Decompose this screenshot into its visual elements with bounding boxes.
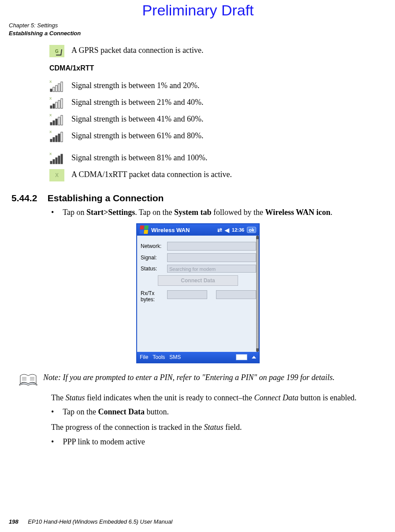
svg-rect-24: [50, 161, 52, 164]
instr2-b: Connect Data: [98, 407, 145, 416]
svg-rect-8: [56, 102, 57, 108]
signal-bars-3-icon: X: [49, 114, 64, 126]
section-title: Establishing a Connection: [48, 193, 164, 203]
instr1-post: .: [331, 208, 333, 217]
page-number: 198: [9, 518, 19, 525]
note-book-icon: [19, 372, 38, 387]
ps-i2: Connect Data: [254, 393, 298, 402]
signal-1-text: Signal strength is between 1% and 20%.: [71, 80, 199, 90]
svg-rect-6: [50, 106, 52, 108]
svg-rect-15: [58, 117, 60, 125]
gprs-active-icon: G: [49, 45, 64, 57]
svg-rect-25: [53, 159, 55, 164]
menu-tools[interactable]: Tools: [153, 354, 165, 360]
section-number: 5.44.2: [11, 193, 37, 203]
svg-rect-18: [50, 139, 52, 142]
wireless-wan-screenshot: Wireless WAN ⇄ ◀ 12:36 ok Network: Signa…: [136, 223, 260, 363]
svg-rect-1: [53, 87, 55, 92]
label-rxtx: Rx/Tx bytes:: [140, 290, 167, 303]
chapter-line2: Establishing a Connection: [9, 30, 81, 37]
svg-rect-13: [53, 121, 55, 125]
windows-flag-icon: [139, 225, 149, 234]
svg-rect-0: [50, 89, 52, 92]
ps-pre: The: [51, 393, 65, 402]
instr1-mid: . Tap on the: [135, 208, 174, 217]
pp-pre: The progress of the connection is tracke…: [51, 423, 204, 432]
svg-rect-19: [53, 137, 55, 142]
device-scrollbar[interactable]: [256, 236, 259, 352]
label-network: Network:: [140, 243, 167, 249]
signal-3-text: Signal strength is between 41% and 60%.: [71, 114, 203, 124]
svg-rect-12: [50, 122, 52, 125]
svg-rect-26: [56, 158, 57, 164]
keyboard-icon[interactable]: [236, 354, 247, 360]
signal-4-text: Signal strength is between 61% and 80%.: [71, 130, 203, 140]
section-heading: 5.44.2 Establishing a Connection: [11, 193, 387, 203]
instruction-1: Tap on Start>Settings. Tap on the System…: [61, 208, 387, 217]
instr2-post: button.: [145, 407, 169, 416]
svg-rect-27: [58, 156, 60, 164]
svg-rect-14: [56, 119, 57, 125]
pp-post: field.: [223, 423, 242, 432]
up-caret-icon[interactable]: [252, 356, 256, 358]
instruction-2: Tap on the Connect Data button.: [61, 407, 387, 417]
cdma-heading: CDMA/1xRTT: [49, 64, 387, 72]
svg-rect-7: [53, 104, 55, 108]
signal-bars-1-icon: X: [49, 80, 64, 92]
device-titlebar: Wireless WAN ⇄ ◀ 12:36 ok: [137, 224, 259, 236]
svg-rect-20: [56, 136, 57, 142]
menu-file[interactable]: File: [140, 354, 148, 360]
svg-rect-4: [61, 82, 63, 92]
connectivity-icon: ⇄: [217, 227, 222, 233]
device-title: Wireless WAN: [151, 227, 190, 233]
svg-rect-9: [58, 100, 60, 108]
speaker-icon: ◀: [225, 227, 229, 233]
note-label: Note:: [43, 373, 61, 382]
instr2-pre: Tap on the: [63, 407, 98, 416]
preliminary-draft-header: Preliminary Draft: [9, 2, 387, 19]
bullet-ppp: PPP link to modem active: [61, 437, 387, 447]
note-text: Note: If you are prompted to enter a PIN…: [43, 372, 335, 383]
signal-5-text: Signal strength is between 81% and 100%.: [71, 152, 207, 163]
svg-rect-28: [61, 154, 63, 164]
device-bottombar: File Tools SMS: [137, 352, 259, 362]
label-status: Status:: [140, 266, 167, 272]
device-body: Network: Signal: Status: Searching for m…: [137, 236, 259, 352]
status-paragraph: The Status field indicates when the unit…: [51, 392, 387, 403]
device-ok-button[interactable]: ok: [247, 227, 256, 233]
note-body: If you are prompted to enter a PIN, refe…: [61, 373, 335, 382]
instr1-pre: Tap on: [63, 208, 86, 217]
signal-bars-5-icon: X: [49, 152, 64, 165]
bullet-ppp-text: PPP link to modem active: [63, 437, 145, 446]
signal-bars-2-icon: X: [49, 97, 64, 109]
svg-rect-2: [56, 85, 57, 92]
field-network: [167, 242, 256, 251]
svg-rect-22: [61, 132, 63, 142]
footer-text: EP10 Hand-Held (Windows Embedded 6.5) Us…: [28, 518, 172, 525]
svg-rect-21: [58, 134, 60, 142]
page-footer: 198 EP10 Hand-Held (Windows Embedded 6.5…: [9, 518, 172, 525]
svg-text:X: X: [49, 97, 52, 100]
svg-text:X: X: [49, 80, 52, 84]
connect-data-button[interactable]: Connect Data: [158, 275, 238, 286]
instr1-b1: Start>Settings: [86, 208, 135, 217]
menu-sms[interactable]: SMS: [169, 354, 181, 360]
ps-post: button is enabled.: [298, 393, 357, 402]
instr1-b2: System tab: [174, 208, 212, 217]
pp-i1: Status: [204, 423, 223, 432]
ps-mid: field indicates when the unit is ready t…: [85, 393, 254, 402]
instr1-mid2: followed by the: [212, 208, 265, 217]
progress-paragraph: The progress of the connection is tracke…: [51, 422, 387, 432]
field-status: Searching for modem: [167, 265, 256, 273]
chapter-line1: Chapter 5: Settings: [9, 22, 58, 29]
svg-rect-16: [61, 115, 63, 125]
cdma-active-text: A CDMA/1xRTT packet data connection is a…: [71, 169, 232, 179]
instr1-b3: Wireless WAN icon: [265, 208, 331, 217]
field-signal: [167, 253, 256, 262]
cdma-active-icon: X: [49, 169, 64, 181]
label-signal: Signal:: [140, 255, 167, 261]
svg-text:X: X: [49, 114, 52, 117]
signal-bars-4-icon: X: [49, 130, 64, 143]
svg-text:X: X: [49, 152, 52, 156]
field-tx: [216, 290, 256, 299]
